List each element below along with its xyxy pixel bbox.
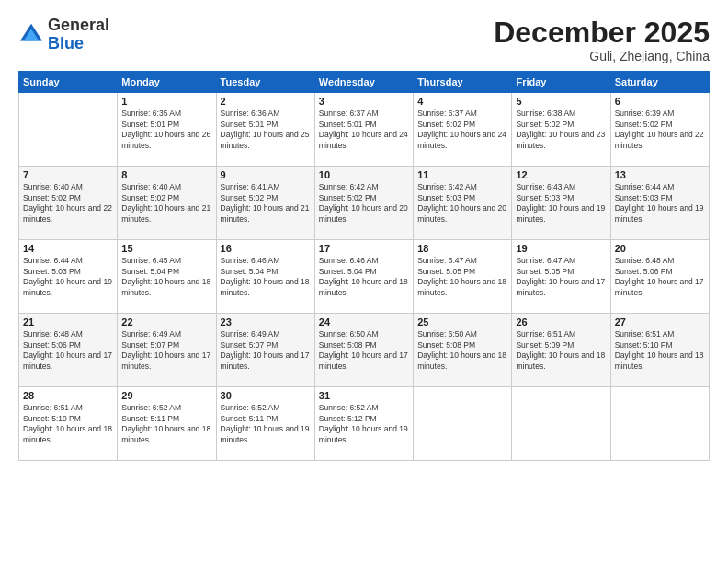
day-number-0-5: 5 <box>516 96 606 107</box>
cell-4-6 <box>610 387 709 461</box>
cell-4-4 <box>414 387 512 461</box>
cell-text-1-0: Sunrise: 6:40 AM Sunset: 5:02 PM Dayligh… <box>23 182 113 224</box>
day-number-0-1: 1 <box>121 96 211 107</box>
day-number-4-0: 28 <box>23 390 113 401</box>
cell-text-0-4: Sunrise: 6:37 AM Sunset: 5:02 PM Dayligh… <box>417 109 507 151</box>
day-number-2-2: 16 <box>221 243 311 254</box>
cell-3-2: 23Sunrise: 6:49 AM Sunset: 5:07 PM Dayli… <box>216 314 314 387</box>
col-monday: Monday <box>118 72 216 93</box>
cell-text-1-6: Sunrise: 6:44 AM Sunset: 5:03 PM Dayligh… <box>615 182 705 224</box>
cell-1-4: 11Sunrise: 6:42 AM Sunset: 5:03 PM Dayli… <box>414 167 512 240</box>
day-number-3-4: 25 <box>417 316 507 327</box>
cell-text-4-2: Sunrise: 6:52 AM Sunset: 5:11 PM Dayligh… <box>221 403 311 445</box>
day-number-2-0: 14 <box>23 243 113 254</box>
cell-1-2: 9Sunrise: 6:41 AM Sunset: 5:02 PM Daylig… <box>216 167 314 240</box>
cell-3-6: 27Sunrise: 6:51 AM Sunset: 5:10 PM Dayli… <box>610 314 709 387</box>
day-number-2-5: 19 <box>516 243 606 254</box>
week-row-3: 21Sunrise: 6:48 AM Sunset: 5:06 PM Dayli… <box>19 314 710 387</box>
cell-4-5 <box>512 387 610 461</box>
cell-text-0-5: Sunrise: 6:38 AM Sunset: 5:02 PM Dayligh… <box>516 109 606 151</box>
cell-text-3-4: Sunrise: 6:50 AM Sunset: 5:08 PM Dayligh… <box>417 329 507 372</box>
cell-4-3: 31Sunrise: 6:52 AM Sunset: 5:12 PM Dayli… <box>314 387 413 461</box>
cell-2-0: 14Sunrise: 6:44 AM Sunset: 5:03 PM Dayli… <box>19 240 118 314</box>
cell-4-0: 28Sunrise: 6:51 AM Sunset: 5:10 PM Dayli… <box>19 387 118 461</box>
cell-0-0 <box>19 93 118 167</box>
title-block: December 2025 Guli, Zhejiang, China <box>494 17 710 63</box>
week-row-2: 14Sunrise: 6:44 AM Sunset: 5:03 PM Dayli… <box>19 240 710 314</box>
day-number-4-1: 29 <box>121 390 211 401</box>
day-number-0-4: 4 <box>417 96 507 107</box>
cell-3-3: 24Sunrise: 6:50 AM Sunset: 5:08 PM Dayli… <box>314 314 413 387</box>
cell-text-0-6: Sunrise: 6:39 AM Sunset: 5:02 PM Dayligh… <box>615 109 705 151</box>
cell-text-0-3: Sunrise: 6:37 AM Sunset: 5:01 PM Dayligh… <box>319 109 409 151</box>
week-row-1: 7Sunrise: 6:40 AM Sunset: 5:02 PM Daylig… <box>19 167 710 240</box>
day-number-3-5: 26 <box>516 316 606 327</box>
cell-text-2-5: Sunrise: 6:47 AM Sunset: 5:05 PM Dayligh… <box>516 256 606 298</box>
cell-text-2-3: Sunrise: 6:46 AM Sunset: 5:04 PM Dayligh… <box>319 256 409 298</box>
cell-1-1: 8Sunrise: 6:40 AM Sunset: 5:02 PM Daylig… <box>118 167 216 240</box>
day-number-3-0: 21 <box>23 316 113 327</box>
day-number-1-6: 13 <box>615 169 705 180</box>
cell-text-3-1: Sunrise: 6:49 AM Sunset: 5:07 PM Dayligh… <box>121 329 211 372</box>
cell-2-6: 20Sunrise: 6:48 AM Sunset: 5:06 PM Dayli… <box>610 240 709 314</box>
cell-2-1: 15Sunrise: 6:45 AM Sunset: 5:04 PM Dayli… <box>118 240 216 314</box>
day-number-2-3: 17 <box>319 243 409 254</box>
cell-2-5: 19Sunrise: 6:47 AM Sunset: 5:05 PM Dayli… <box>512 240 610 314</box>
day-number-3-3: 24 <box>319 316 409 327</box>
day-number-0-3: 3 <box>319 96 409 107</box>
cell-1-5: 12Sunrise: 6:43 AM Sunset: 5:03 PM Dayli… <box>512 167 610 240</box>
cell-text-0-2: Sunrise: 6:36 AM Sunset: 5:01 PM Dayligh… <box>221 109 311 151</box>
cell-3-0: 21Sunrise: 6:48 AM Sunset: 5:06 PM Dayli… <box>19 314 118 387</box>
day-number-4-3: 31 <box>319 390 409 401</box>
cell-text-2-2: Sunrise: 6:46 AM Sunset: 5:04 PM Dayligh… <box>221 256 311 298</box>
col-saturday: Saturday <box>610 72 709 93</box>
cell-4-2: 30Sunrise: 6:52 AM Sunset: 5:11 PM Dayli… <box>216 387 314 461</box>
col-tuesday: Tuesday <box>216 72 314 93</box>
cell-0-3: 3Sunrise: 6:37 AM Sunset: 5:01 PM Daylig… <box>314 93 413 167</box>
day-number-0-6: 6 <box>615 96 705 107</box>
cell-0-5: 5Sunrise: 6:38 AM Sunset: 5:02 PM Daylig… <box>512 93 610 167</box>
cell-text-2-1: Sunrise: 6:45 AM Sunset: 5:04 PM Dayligh… <box>121 256 211 298</box>
cell-0-2: 2Sunrise: 6:36 AM Sunset: 5:01 PM Daylig… <box>216 93 314 167</box>
logo-icon <box>18 22 44 48</box>
header: General Blue December 2025 Guli, Zhejian… <box>18 17 710 63</box>
cell-text-3-3: Sunrise: 6:50 AM Sunset: 5:08 PM Dayligh… <box>319 329 409 372</box>
day-number-4-2: 30 <box>221 390 311 401</box>
cell-1-6: 13Sunrise: 6:44 AM Sunset: 5:03 PM Dayli… <box>610 167 709 240</box>
cell-2-4: 18Sunrise: 6:47 AM Sunset: 5:05 PM Dayli… <box>414 240 512 314</box>
cell-text-4-1: Sunrise: 6:52 AM Sunset: 5:11 PM Dayligh… <box>121 403 211 445</box>
cell-text-1-5: Sunrise: 6:43 AM Sunset: 5:03 PM Dayligh… <box>516 182 606 224</box>
logo-general-text: General <box>48 16 109 34</box>
day-number-1-0: 7 <box>23 169 113 180</box>
cell-3-4: 25Sunrise: 6:50 AM Sunset: 5:08 PM Dayli… <box>414 314 512 387</box>
cell-text-4-0: Sunrise: 6:51 AM Sunset: 5:10 PM Dayligh… <box>23 403 113 445</box>
day-number-3-1: 22 <box>121 316 211 327</box>
header-row: Sunday Monday Tuesday Wednesday Thursday… <box>19 72 710 93</box>
logo-blue-text: Blue <box>48 34 84 52</box>
cell-text-0-1: Sunrise: 6:35 AM Sunset: 5:01 PM Dayligh… <box>121 109 211 151</box>
cell-0-6: 6Sunrise: 6:39 AM Sunset: 5:02 PM Daylig… <box>610 93 709 167</box>
cell-0-1: 1Sunrise: 6:35 AM Sunset: 5:01 PM Daylig… <box>118 93 216 167</box>
day-number-2-4: 18 <box>417 243 507 254</box>
cell-2-3: 17Sunrise: 6:46 AM Sunset: 5:04 PM Dayli… <box>314 240 413 314</box>
cell-text-1-3: Sunrise: 6:42 AM Sunset: 5:02 PM Dayligh… <box>319 182 409 224</box>
cell-text-1-2: Sunrise: 6:41 AM Sunset: 5:02 PM Dayligh… <box>221 182 311 224</box>
cell-1-0: 7Sunrise: 6:40 AM Sunset: 5:02 PM Daylig… <box>19 167 118 240</box>
col-friday: Friday <box>512 72 610 93</box>
location: Guli, Zhejiang, China <box>494 49 710 63</box>
cell-text-3-2: Sunrise: 6:49 AM Sunset: 5:07 PM Dayligh… <box>221 329 311 372</box>
cell-text-1-1: Sunrise: 6:40 AM Sunset: 5:02 PM Dayligh… <box>121 182 211 224</box>
day-number-2-1: 15 <box>121 243 211 254</box>
cell-text-3-6: Sunrise: 6:51 AM Sunset: 5:10 PM Dayligh… <box>615 329 705 372</box>
month-title: December 2025 <box>494 17 710 49</box>
cell-3-5: 26Sunrise: 6:51 AM Sunset: 5:09 PM Dayli… <box>512 314 610 387</box>
day-number-1-1: 8 <box>121 169 211 180</box>
day-number-1-4: 11 <box>417 169 507 180</box>
cell-text-3-0: Sunrise: 6:48 AM Sunset: 5:06 PM Dayligh… <box>23 329 113 372</box>
day-number-2-6: 20 <box>615 243 705 254</box>
col-wednesday: Wednesday <box>314 72 413 93</box>
col-thursday: Thursday <box>414 72 512 93</box>
logo: General Blue <box>18 17 109 53</box>
day-number-1-3: 10 <box>319 169 409 180</box>
day-number-3-2: 23 <box>221 316 311 327</box>
